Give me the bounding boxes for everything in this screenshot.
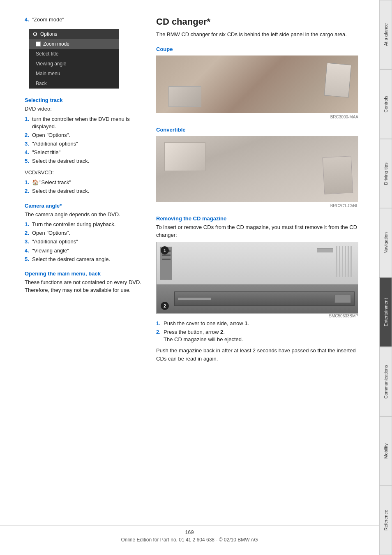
cam-step-3: 3."Additional options"	[25, 238, 144, 245]
sidebar-tab-entertainment[interactable]: Entertainment	[379, 278, 392, 347]
magazine-img-label: SMC50633BMP	[156, 314, 358, 318]
magazine-bottom: 2	[157, 284, 358, 313]
options-title: Options	[40, 31, 57, 37]
sidebar-tab-communications[interactable]: Communications	[379, 347, 392, 416]
options-menu: ⚙ Options Zoom mode Select title Viewing…	[29, 29, 119, 89]
dvd-step-4: 4."Select title"	[25, 149, 144, 156]
dvd-step-2: 2.Open "Options".	[25, 132, 144, 139]
page-footer: 169 Online Edition for Part no. 01 41 2 …	[0, 525, 379, 543]
cam-step-4: 4."Viewing angle"	[25, 247, 144, 254]
dvd-video-label: DVD video:	[25, 105, 144, 113]
removing-cd-body: To insert or remove CDs from the CD maga…	[156, 223, 358, 239]
convertible-title: Convertible	[156, 127, 358, 133]
selecting-track-title: Selecting track	[25, 97, 144, 103]
step4-number: 4.	[25, 16, 29, 23]
dvd-step-3: 3."Additional options"	[25, 140, 144, 148]
opening-main-menu-body: These functions are not contained on eve…	[25, 278, 144, 294]
circle-num-2: 2	[161, 302, 169, 310]
dvd-step-1: 1.turn the controller when the DVD menu …	[25, 116, 144, 130]
coupe-title: Coupe	[156, 46, 358, 52]
magazine-footer-text: Push the magazine back in after at least…	[156, 347, 358, 363]
menu-item-select-title: Select title	[29, 49, 119, 59]
convertible-img-label: BRC2C1-C5NL	[156, 204, 358, 208]
vcd-step-2: 2.Select the desired track.	[25, 187, 144, 195]
sidebar-tab-controls[interactable]: Controls	[379, 69, 392, 139]
dvd-steps-list: 1.turn the controller when the DVD menu …	[25, 116, 144, 165]
coupe-image	[156, 56, 358, 113]
step4-text: "Zoom mode"	[32, 16, 64, 23]
dvd-step-5: 5.Select the desired track.	[25, 157, 144, 165]
vcd-steps-list: 1. 🏠"Select track" 2.Select the desired …	[25, 179, 144, 195]
opening-main-menu-section: Opening the main menu, back These functi…	[25, 271, 144, 294]
cd-changer-title: CD changer*	[156, 16, 358, 27]
opening-main-menu-title: Opening the main menu, back	[25, 271, 144, 277]
vcd-step-1: 1. 🏠"Select track"	[25, 179, 144, 186]
sidebar: At a glance Controls Driving tips Naviga…	[379, 0, 392, 555]
checkbox-zoom	[36, 42, 41, 46]
camera-angle-title: Camera angle*	[25, 203, 144, 209]
vcd-label: VCD/SVCD:	[25, 169, 144, 177]
menu-item-zoom: Zoom mode	[29, 39, 119, 49]
cd-changer-body: The BMW CD changer for six CDs is behind…	[156, 30, 358, 39]
removing-cd-title: Removing the CD magazine	[156, 215, 358, 222]
removing-steps-list: 1.Push the cover to one side, arrow 1. 2…	[156, 320, 358, 344]
cd-magazine-image: 1 2	[156, 242, 358, 314]
camera-angle-body: The camera angle depends on the DVD.	[25, 210, 144, 219]
menu-item-viewing-angle: Viewing angle	[29, 59, 119, 69]
circle-num-1: 1	[161, 246, 169, 254]
camera-steps-list: 1.Turn the controller during playback. 2…	[25, 221, 144, 263]
home-icon: 🏠	[32, 179, 39, 186]
convertible-image	[156, 136, 358, 202]
cam-step-5: 5.Select the desired camera angle.	[25, 256, 144, 263]
cam-step-2: 2.Open "Options".	[25, 229, 144, 237]
cam-step-1: 1.Turn the controller during playback.	[25, 221, 144, 228]
remove-step-2: 2.Press the button, arrow 2.The CD magaz…	[156, 328, 358, 343]
menu-item-main-menu: Main menu	[29, 69, 119, 79]
camera-angle-section: Camera angle* The camera angle depends o…	[25, 203, 144, 263]
magazine-top: 1	[157, 242, 358, 284]
sidebar-tab-driving-tips[interactable]: Driving tips	[379, 139, 392, 208]
sidebar-tab-at-a-glance[interactable]: At a glance	[379, 0, 392, 69]
step4-zoom: 4. "Zoom mode"	[25, 16, 144, 23]
options-title-bar: ⚙ Options	[29, 29, 119, 39]
sidebar-tab-reference[interactable]: Reference	[379, 486, 392, 555]
page-number: 169	[0, 529, 379, 535]
menu-item-back: Back	[29, 79, 119, 88]
sidebar-tab-navigation[interactable]: Navigation	[379, 208, 392, 278]
remove-step-1: 1.Push the cover to one side, arrow 1.	[156, 320, 358, 327]
sidebar-tab-mobility[interactable]: Mobility	[379, 416, 392, 486]
copyright-text: Online Edition for Part no. 01 41 2 604 …	[0, 537, 379, 543]
coupe-img-label: BRC3000-MAA	[156, 115, 358, 119]
selecting-track-section: Selecting track DVD video: 1.turn the co…	[25, 97, 144, 195]
